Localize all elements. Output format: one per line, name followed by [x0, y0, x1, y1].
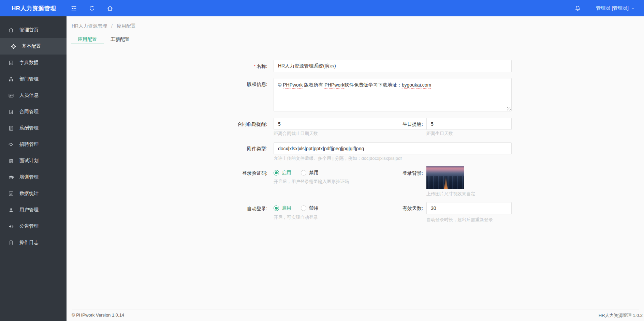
app-title: HR人力资源管理	[0, 4, 67, 12]
log-icon	[8, 240, 14, 246]
main-content: HR人力资源管理 / 应用配置 应用配置 工薪配置 *名称: 版权信息: © P…	[67, 16, 644, 321]
interview-icon	[8, 158, 14, 164]
footer-app-version: HR人力资源管理 1.0.2	[599, 312, 643, 319]
sidebar-item-staff-info[interactable]: 人员信息	[0, 87, 67, 104]
login-captcha-radio-group: 启用 禁用	[274, 170, 319, 176]
radio-circle	[274, 170, 279, 175]
auto-login-radio-group: 启用 禁用	[274, 205, 319, 211]
copyright-textarea-text: © PHPwork 版权所有 PHPwork软件免费版学习下载地址：bygouk…	[278, 82, 431, 88]
valid-days-input[interactable]	[426, 202, 512, 214]
auto-login-hint: 开启，可实现自动登录	[274, 215, 318, 220]
valid-days-hint: 自动登录时长，超出后需重新登录	[426, 217, 493, 223]
user-menu[interactable]: 管理员 [管理员]	[596, 5, 635, 11]
attachment-types-hint: 允许上传的文件后缀。多个用 | 分隔，例如：doc|docx|xlsx|xls|…	[274, 156, 402, 161]
chevron-down-icon	[631, 6, 635, 10]
breadcrumb-root[interactable]: HR人力资源管理	[72, 23, 107, 29]
name-label: *名称:	[192, 63, 267, 70]
sidebar-item-interview[interactable]: 面试计划	[0, 153, 67, 169]
login-captcha-label: 登录验证码:	[192, 170, 267, 177]
sidebar-item-home[interactable]: 管理首页	[0, 22, 67, 38]
tab-app-config[interactable]: 应用配置	[71, 35, 104, 44]
name-input[interactable]	[274, 60, 512, 72]
contract-icon	[8, 109, 14, 115]
dict-icon	[8, 60, 14, 66]
user-icon	[8, 207, 14, 213]
sidebar-item-label: 薪酬管理	[19, 125, 39, 131]
sidebar-item-label: 公告管理	[19, 223, 39, 229]
captcha-disable-radio[interactable]: 禁用	[301, 170, 319, 176]
sidebar-item-label: 合同管理	[19, 109, 39, 115]
sidebar-item-recruit[interactable]: 招聘管理	[0, 136, 67, 153]
topbar-icon-group	[71, 5, 113, 12]
sidebar-item-label: 人员信息	[19, 92, 39, 98]
contract-reminder-hint: 距离合同截止日期天数	[274, 131, 318, 136]
auto-login-enable-radio[interactable]: 启用	[274, 205, 291, 211]
sidebar-item-label: 字典数据	[19, 60, 39, 66]
login-background-image[interactable]	[426, 166, 464, 189]
sidebar-item-users[interactable]: 用户管理	[0, 202, 67, 218]
org-icon	[8, 76, 14, 82]
radio-circle	[301, 205, 306, 211]
sidebar-item-announce[interactable]: 公告管理	[0, 218, 67, 234]
contract-reminder-label: 合同临期提醒:	[192, 121, 267, 127]
gear-icon	[11, 44, 16, 49]
menu-fold-icon[interactable]	[71, 5, 77, 12]
textarea-resize-handle[interactable]	[507, 107, 511, 110]
stats-icon	[8, 191, 14, 197]
home-icon[interactable]	[107, 5, 113, 12]
recruit-icon	[8, 142, 14, 148]
sidebar-item-label: 培训管理	[19, 174, 39, 180]
attachment-types-input[interactable]	[274, 142, 512, 154]
refresh-icon[interactable]	[89, 5, 95, 12]
user-label: 管理员 [管理员]	[596, 5, 629, 11]
home-icon	[8, 27, 14, 33]
footer-version: © PHPwork Version 1.0.14	[72, 312, 124, 318]
sidebar-item-label: 招聘管理	[19, 141, 39, 148]
tab-salary-config[interactable]: 工薪配置	[104, 35, 136, 44]
topbar-right: 管理员 [管理员]	[574, 5, 644, 12]
birthday-reminder-hint: 距离生日天数	[426, 131, 453, 136]
copyright-label: 版权信息:	[192, 81, 267, 88]
radio-circle	[301, 170, 306, 175]
captcha-enable-radio[interactable]: 启用	[274, 170, 291, 176]
sidebar-item-label: 面试计划	[19, 158, 39, 164]
sidebar-item-label: 部门管理	[19, 76, 39, 82]
breadcrumb-current: 应用配置	[117, 23, 136, 29]
sidebar-item-label: 操作日志	[19, 240, 39, 246]
auto-login-label: 自动登录:	[192, 205, 267, 212]
birthday-reminder-input[interactable]	[426, 118, 512, 130]
radio-circle	[274, 205, 279, 211]
sidebar-item-basic-config[interactable]: 基本配置	[0, 38, 67, 55]
auto-login-disable-radio[interactable]: 禁用	[301, 205, 319, 211]
salary-icon	[8, 125, 14, 131]
sidebar-item-label: 基本配置	[22, 43, 41, 49]
sidebar-item-label: 用户管理	[19, 207, 39, 213]
sidebar-item-label: 数据统计	[19, 190, 39, 197]
training-icon	[8, 174, 14, 180]
tab-bar: 应用配置 工薪配置	[71, 35, 136, 44]
breadcrumb-separator: /	[111, 23, 113, 29]
required-asterisk: *	[254, 64, 255, 69]
login-background-label: 登录背景:	[348, 170, 423, 177]
announce-icon	[8, 224, 14, 229]
sidebar-item-logs[interactable]: 操作日志	[0, 234, 67, 251]
copyright-textarea[interactable]: © PHPwork 版权所有 PHPwork软件免费版学习下载地址：bygouk…	[274, 78, 512, 111]
sidebar-item-salary[interactable]: 薪酬管理	[0, 120, 67, 136]
sidebar-menu: 管理首页基本配置字典数据部门管理人员信息合同管理薪酬管理招聘管理面试计划培训管理…	[0, 16, 67, 321]
sidebar-item-dict-data[interactable]: 字典数据	[0, 55, 67, 71]
breadcrumb: HR人力资源管理 / 应用配置	[72, 23, 136, 29]
sidebar-item-training[interactable]: 培训管理	[0, 169, 67, 185]
login-background-hint: 上传图片尺寸视效果自定	[426, 191, 475, 197]
sidebar-item-department[interactable]: 部门管理	[0, 71, 67, 87]
footer-divider	[72, 309, 639, 309]
valid-days-label: 有效天数:	[348, 205, 423, 212]
attachment-types-label: 附件类型:	[192, 145, 267, 152]
login-captcha-hint: 开启后，用户登录需要输入图形验证码	[274, 179, 349, 184]
sidebar-item-stats[interactable]: 数据统计	[0, 185, 67, 202]
notification-bell-icon[interactable]	[574, 5, 581, 12]
birthday-reminder-label: 生日提醒:	[348, 121, 423, 127]
idcard-icon	[8, 93, 14, 98]
topbar: HR人力资源管理 管理员 [管理员]	[0, 0, 644, 16]
sidebar-item-contract[interactable]: 合同管理	[0, 104, 67, 120]
sidebar-item-label: 管理首页	[19, 27, 39, 33]
